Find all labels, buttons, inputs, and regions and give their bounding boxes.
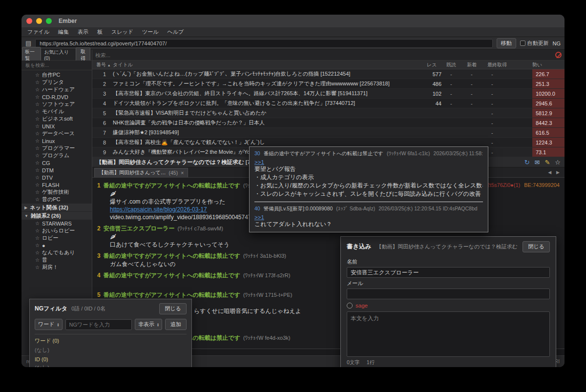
mail-field[interactable]: [347, 289, 550, 299]
char-count: 0文字: [347, 359, 360, 366]
column-res[interactable]: レス: [427, 62, 446, 68]
thread-tab[interactable]: 【動画】岡田紗佳さんって… (45) ×: [94, 168, 188, 177]
menu-item[interactable]: 板: [97, 28, 103, 36]
thread-list-row[interactable]: 6 NHK世論調査「先の戦争は日本の侵略戦争だったか？」日本人 - 8442.3: [92, 118, 565, 128]
sidebar-board-item[interactable]: ☆ おいらロビー: [21, 227, 92, 234]
menu-item[interactable]: ヘルプ: [167, 28, 184, 36]
post-author[interactable]: 安倍晋三エクスプローラー: [104, 225, 175, 233]
sidebar-board-item[interactable]: ☆ プログラム: [21, 152, 92, 159]
thread-search-input[interactable]: [95, 52, 552, 58]
favorite-star-icon[interactable]: ☆: [555, 159, 561, 166]
menu-item[interactable]: 表示: [78, 28, 88, 36]
post-number[interactable]: 4: [97, 272, 101, 279]
post-author[interactable]: 番組の途中ですがアフィサイトへの転載は禁止です: [104, 252, 240, 260]
thread-list-row[interactable]: 5 【緊急高市速報】VISA割明日までだけどちゃんと買い占めたか - 5812.…: [92, 108, 565, 118]
sidebar-board-item[interactable]: ☆ 自作PC: [21, 71, 92, 79]
sidebar-board-item[interactable]: ☆ Linux: [21, 137, 92, 144]
sidebar-board-item[interactable]: ☆ STARWARS: [21, 220, 92, 227]
sidebar-board-item[interactable]: ☆ CG: [21, 159, 92, 166]
column-new[interactable]: 新着: [467, 62, 487, 68]
ng-type-select[interactable]: ワード ▴▾: [35, 319, 63, 330]
sidebar-board-item[interactable]: ☆ ●: [21, 242, 92, 249]
thread-list-row[interactable]: 4 ドイツ大統領がトランプをボロクソに批判。「意味の無い避けることの出来た戦争だ…: [92, 99, 565, 108]
ng-filter-title: NGフィルタ: [35, 305, 67, 313]
board-icon[interactable]: ▤: [25, 40, 31, 47]
sidebar-board-item[interactable]: ☆ 昔のPC: [21, 196, 92, 203]
sidebar-board-item[interactable]: ☆ ゲ製作技術: [21, 188, 92, 196]
sidebar-board-item[interactable]: ☆ プログラマー: [21, 144, 92, 152]
tab-forward-icon[interactable]: ▶: [556, 170, 560, 175]
ng-block-icon[interactable]: [555, 52, 562, 58]
sidebar-board-item[interactable]: ☆ 昔: [21, 256, 92, 264]
post-number[interactable]: 1: [97, 182, 101, 189]
sidebar-board-item[interactable]: ☆ UNIX: [21, 123, 92, 130]
refresh-icon[interactable]: ↻: [524, 159, 530, 166]
post-author[interactable]: 番組の途中ですがアフィサイトへの転載は禁止です: [104, 182, 240, 190]
thread-list-row[interactable]: 8 【高市悲報】高校生🙇「産んでなんで頼んでない！」J(´ん`)し - 1224…: [92, 138, 565, 147]
post-anchor-link[interactable]: >>1: [254, 214, 483, 220]
url-input[interactable]: [35, 39, 492, 48]
sidebar-board-item[interactable]: ☆ DTV: [21, 174, 92, 181]
menu-item[interactable]: ファイル: [27, 28, 49, 36]
zoom-window-button[interactable]: [46, 18, 52, 24]
sidebar-board-item[interactable]: ☆ ハードウェア: [21, 86, 92, 93]
tab-favorites[interactable]: お気に入り (0): [42, 48, 76, 62]
post-number[interactable]: 40: [254, 206, 260, 211]
close-tab-icon[interactable]: ×: [181, 170, 184, 176]
go-button[interactable]: 移動: [497, 38, 516, 48]
post-author[interactable]: 番組の途中ですがアフィサイトへの転載は禁止です: [104, 271, 240, 280]
menu-item[interactable]: スレッド: [111, 28, 133, 36]
board-group-zatsudan2[interactable]: ▼ 雑談系2 (26): [21, 212, 92, 220]
thread-list-row[interactable]: 7 嫌儲涼神部★2 [931948549] - 616.5: [92, 128, 565, 138]
sidebar-board-item[interactable]: ☆ CD-R,DVD: [21, 93, 92, 101]
post-number[interactable]: 5: [97, 291, 101, 298]
sidebar-board-item[interactable]: ☆ DTM: [21, 166, 92, 174]
post-number[interactable]: 2: [97, 225, 101, 232]
post-number[interactable]: 3: [97, 252, 101, 259]
ng-word-input[interactable]: [65, 319, 132, 330]
ng-button[interactable]: NG: [553, 41, 561, 46]
post-author[interactable]: 番組の途中ですがアフィサイトへの転載は禁止です: [264, 150, 383, 157]
column-read[interactable]: 既読: [446, 62, 467, 68]
board-group-net[interactable]: ▶ ネット関係 (32): [21, 204, 92, 211]
column-last-fetch[interactable]: 最終取得: [487, 62, 532, 68]
board-search-input[interactable]: [21, 61, 92, 70]
thread-list-row[interactable]: 3 【高市悲報】東京のバス会社の労組、終日ストライキへ。路線バス計7265本、1…: [92, 89, 565, 99]
sidebar-board-item[interactable]: ☆ 厨房！: [21, 264, 92, 271]
edit-icon[interactable]: ✎: [544, 159, 550, 166]
sidebar-board-item[interactable]: ☆ プリンタ: [21, 79, 92, 86]
close-ng-dialog-button[interactable]: 閉じる: [159, 303, 187, 314]
sidebar-board-item[interactable]: ☆ ソフトウェア: [21, 101, 92, 108]
column-momentum[interactable]: 勢い: [532, 62, 565, 68]
ng-add-button[interactable]: 追加: [165, 319, 187, 330]
sidebar-board-item[interactable]: ☆ FLASH: [21, 181, 92, 188]
sidebar-board-item[interactable]: ☆ ロビー: [21, 234, 92, 242]
menu-item[interactable]: 編集: [58, 28, 69, 36]
column-title[interactable]: タイトル: [113, 62, 427, 68]
post-number[interactable]: 30: [254, 150, 260, 156]
ng-action-select[interactable]: 非表示 ▴▾: [135, 319, 162, 330]
thread-list-row[interactable]: 2 ファミコン「理不尽です。ノーヒントです」→これを当時のキッズ達がクリアできた…: [92, 79, 565, 89]
sidebar-board-item[interactable]: ☆ ビジネスsoft: [21, 115, 92, 123]
write-post-icon[interactable]: ✉: [535, 159, 540, 166]
thread-list-row[interactable]: 1 (ヽ´ん`)「お金無いんだよね…(カップ麺ｽﾞｿﾞｿﾞ、菓子パンﾓｯﾁｬﾓｯ…: [92, 69, 565, 79]
sidebar-board-item[interactable]: ☆ モバイル: [21, 108, 92, 115]
autoupdate-checkbox[interactable]: [520, 41, 525, 46]
minimize-window-button[interactable]: [36, 18, 42, 24]
tab-back-icon[interactable]: ◀: [548, 170, 551, 175]
post-be-id[interactable]: BE:743999204: [524, 182, 560, 189]
sidebar-board-item[interactable]: ☆ データベース: [21, 130, 92, 137]
autoupdate-toggle[interactable]: 自動更新: [520, 40, 549, 47]
post-anchor-link[interactable]: >>1: [254, 159, 483, 165]
post-author[interactable]: 番組の途中ですがアフィサイトへの転載は禁止です: [104, 291, 240, 299]
sage-radio[interactable]: [347, 303, 353, 309]
close-window-button[interactable]: [26, 18, 32, 24]
sidebar-board-item[interactable]: ☆ なんでもあり: [21, 249, 92, 256]
post-body-textarea[interactable]: [347, 311, 550, 357]
name-field[interactable]: [347, 267, 550, 278]
post-author[interactable]: 警備員[Lv.5][新芽]:0.00089080: [264, 206, 333, 212]
column-number[interactable]: 番号 ▲: [96, 62, 113, 68]
close-write-form-button[interactable]: 閉じる: [523, 241, 550, 252]
post-body: これてアダルト入れれない？: [254, 220, 483, 228]
menu-item[interactable]: ツール: [142, 28, 159, 36]
